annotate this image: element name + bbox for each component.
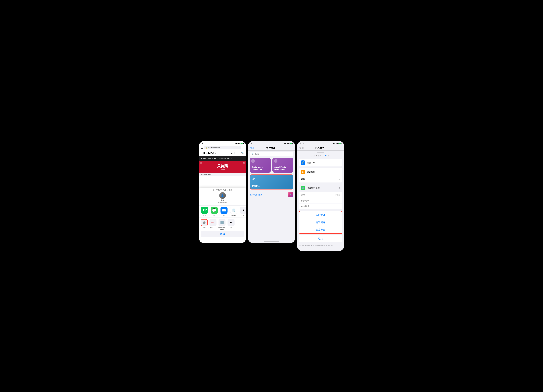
status-bar-3: 5:21 4G bbox=[297, 141, 344, 145]
translation-url-bottom: translate_0r=depth=1&nv=1&rurl=translate… bbox=[297, 244, 344, 247]
shortcut-card-3[interactable]: ⟳ 网页翻译 bbox=[250, 175, 293, 189]
nav-iphone[interactable]: iPhone ∨ bbox=[219, 158, 226, 159]
time-2: 5:21 bbox=[251, 142, 255, 145]
prompt-label: 提示 bbox=[301, 194, 305, 196]
more-action[interactable]: ••• 更多 bbox=[227, 219, 235, 230]
reminders-label: 提醒事項 bbox=[231, 214, 237, 216]
option-google-row: 谷歌翻译 bbox=[299, 198, 342, 204]
signal-icon-2 bbox=[283, 143, 286, 144]
shortcut-icon bbox=[201, 219, 208, 226]
shortcuts-search[interactable]: 🔍 搜尋 bbox=[250, 152, 293, 156]
nav-mac[interactable]: Mac ∨ bbox=[208, 158, 213, 159]
nav-guides[interactable]: Guides ∨ bbox=[201, 158, 208, 159]
ad-banner: ✕ 只待踢 LeBron ✕ bbox=[199, 161, 246, 173]
shortcut-card-2[interactable]: ✓ Social Media Downloader bbox=[272, 158, 293, 173]
pdf-label: 製作 PDF bbox=[210, 227, 216, 229]
nav-more[interactable]: › bbox=[231, 157, 232, 160]
get-more-button[interactable]: 取得更多捷徑 bbox=[250, 193, 262, 196]
reminders-icon: 🗒️ bbox=[230, 207, 237, 214]
option-youdao-selected[interactable]: 有道翻译 bbox=[299, 219, 342, 226]
home-bar-1 bbox=[215, 240, 230, 240]
shortcuts-app-icon: ✂️ bbox=[288, 192, 293, 197]
option-google-label: 谷歌翻译 bbox=[301, 199, 309, 202]
shortcuts-cancel-button[interactable]: 取消 bbox=[250, 146, 255, 149]
battery-icon-3 bbox=[338, 143, 341, 144]
ad-text: 只待踢 bbox=[217, 164, 228, 169]
set-variable-section: X 設定變數 變數 url bbox=[299, 168, 342, 182]
set-variable-row: X 設定變數 bbox=[299, 168, 342, 176]
option-baidu-selected[interactable]: 百度翻译 bbox=[299, 226, 342, 233]
nav-watch[interactable]: Watc bbox=[226, 158, 230, 159]
youtube-icon[interactable]: ▶ bbox=[231, 152, 233, 154]
airdrop-contact[interactable]: 👤 昇偉 MacBook Pro bbox=[218, 192, 226, 203]
more-label: 更多 bbox=[230, 227, 232, 229]
facebook-icon[interactable]: f bbox=[234, 152, 235, 154]
phones-container: 5:21 4G ☰ 🔒 9to5mac.com ↻ 9TO5 bbox=[199, 141, 344, 251]
search-icon-2: 🔍 bbox=[252, 153, 254, 155]
share-app-reminders[interactable]: 🗒️ 提醒事項 bbox=[230, 207, 238, 216]
refresh-icon[interactable]: ↻ bbox=[242, 146, 244, 149]
expand-url-row: 🔗 展開 URL bbox=[299, 159, 342, 166]
share-app-line[interactable]: LINE LINE bbox=[201, 207, 208, 216]
url-bar[interactable]: 🔒 9to5mac.com bbox=[204, 146, 241, 149]
menu-icon-green: ⚙️ bbox=[301, 186, 305, 190]
phone-3: 5:21 4G 取消 网页翻译 此捷徑接受「URL」 bbox=[297, 141, 344, 251]
share-cancel-button[interactable]: 取消 bbox=[201, 231, 244, 238]
shortcut-action[interactable]: 捷徑 bbox=[201, 219, 208, 230]
translation-cancel-box[interactable]: 取消 bbox=[299, 235, 342, 242]
ad-close-button[interactable]: ✕ bbox=[243, 162, 245, 164]
expand-url-icon: 🔗 bbox=[301, 160, 305, 165]
home-bar-2 bbox=[264, 241, 279, 242]
contact-device: MacBook Pro bbox=[218, 202, 226, 203]
battery-icon-1 bbox=[240, 143, 243, 144]
option-google-selected[interactable]: 谷歌翻译 bbox=[299, 211, 342, 219]
time-1: 5:21 bbox=[202, 142, 206, 145]
site-logo: 9TO5Mac bbox=[201, 151, 214, 155]
home-bar-3 bbox=[313, 249, 328, 249]
avatar: 👤 bbox=[219, 192, 226, 199]
site-header: 9TO5Mac ∨ ▶ f ⋮ 🔍 bbox=[199, 150, 246, 156]
shortcuts-header: 取消 執行捷徑 bbox=[248, 145, 295, 151]
variable-name-row: 變數 url bbox=[299, 176, 342, 182]
nav-ipad[interactable]: iPad ∨ bbox=[214, 158, 218, 159]
share-apps-row: LINE LINE 💬 訊息 ✉️ 郵件 bbox=[199, 207, 246, 218]
line-keep-icon: ⬇️ bbox=[219, 219, 226, 226]
signal-icon-1 bbox=[235, 143, 237, 144]
more-icon[interactable]: ⋮ bbox=[237, 152, 239, 154]
translation-cancel-button[interactable]: 取消 bbox=[299, 146, 304, 149]
translation-header: 取消 网页翻译 bbox=[297, 145, 344, 151]
phone-1: 5:21 4G ☰ 🔒 9to5mac.com ↻ 9TO5 bbox=[199, 141, 246, 244]
battery-icon-2 bbox=[289, 143, 292, 144]
network-type-3: 4G bbox=[335, 142, 338, 144]
shortcut-name-2: Social Media Downloader bbox=[274, 166, 291, 171]
menu-section: ⚙️ 從選單中選擇 ⟳ 提示 可留空 谷歌翻译 有道翻译 bbox=[299, 184, 342, 209]
battery-fill-1 bbox=[241, 143, 243, 144]
status-right-3: 4G bbox=[333, 142, 341, 144]
add-icon: + bbox=[240, 207, 246, 214]
menu-icon[interactable]: ☰ bbox=[201, 146, 203, 149]
share-app-messages[interactable]: 💬 訊息 bbox=[210, 207, 218, 216]
line-keep-action[interactable]: ⬇️ 儲存至LINE Keep bbox=[218, 219, 226, 230]
network-type-1: 4G bbox=[238, 142, 239, 144]
spinner-icon: ⟳ bbox=[339, 187, 340, 189]
battery-fill-2 bbox=[290, 143, 292, 144]
airdrop-section: 點一下來使用 AirDrop 分享 👤 昇偉 MacBook Pro bbox=[199, 188, 246, 205]
ad-x-icon[interactable]: ✕ bbox=[200, 162, 202, 164]
variable-value: url bbox=[338, 178, 340, 181]
set-variable-icon: X bbox=[301, 170, 305, 174]
site-header-icons: ▶ f ⋮ 🔍 bbox=[231, 152, 244, 154]
share-app-mail[interactable]: ✉️ 郵件 bbox=[220, 207, 228, 216]
phone-2: 5:21 4G 取消 執行捷徑 🔍 搜尋 ✓ bbox=[248, 141, 295, 244]
contact-name: 昇偉 bbox=[221, 199, 224, 201]
status-bar-1: 5:21 4G bbox=[199, 141, 246, 145]
selected-options-box: 谷歌翻译 有道翻译 百度翻译 bbox=[299, 211, 342, 234]
pdf-action[interactable]: PDF 製作 PDF bbox=[209, 219, 216, 230]
status-bar-2: 5:21 4G bbox=[248, 141, 295, 145]
ad-subtext: LeBron bbox=[220, 169, 225, 170]
more-dots-icon: ••• bbox=[227, 219, 235, 226]
share-app-add[interactable]: + 加 bbox=[240, 207, 246, 216]
search-icon[interactable]: 🔍 bbox=[241, 152, 244, 154]
translation-cancel-label: 取消 bbox=[318, 237, 323, 240]
shortcut-card-1[interactable]: ✓ Social Media Downloader... bbox=[250, 158, 271, 173]
prompt-row: 提示 可留空 bbox=[299, 192, 342, 198]
